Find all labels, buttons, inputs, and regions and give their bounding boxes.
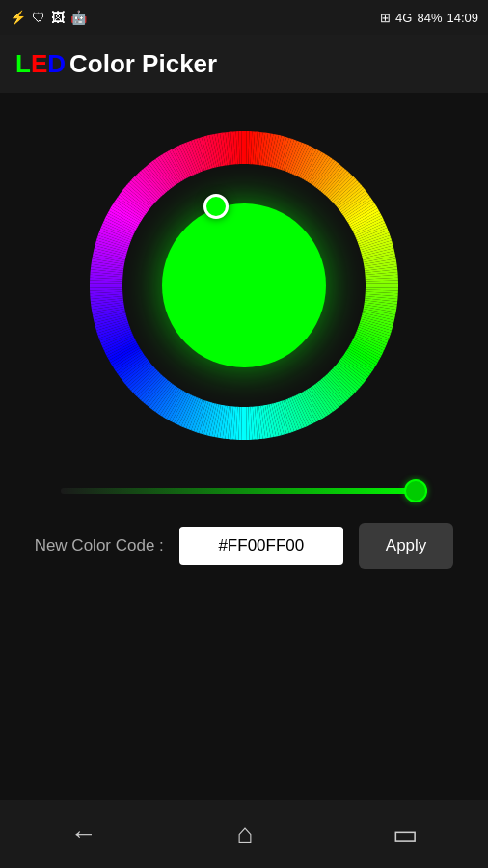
color-wheel-container[interactable] xyxy=(70,112,418,459)
slider-thumb[interactable] xyxy=(404,479,427,502)
color-preview-circle xyxy=(162,203,326,367)
color-wheel-handle[interactable] xyxy=(203,194,229,219)
nav-bar: ← ⌂ ▭ xyxy=(0,800,488,868)
title-l: L xyxy=(15,49,31,78)
title-e: E xyxy=(31,49,47,78)
title-d: D xyxy=(47,49,66,78)
title-rest: Color Picker xyxy=(69,49,217,79)
usb-icon: ⚡ xyxy=(10,10,26,25)
battery-text: 84% xyxy=(417,11,442,25)
signal-text: 4G xyxy=(395,11,412,25)
status-bar: ⚡ 🛡 🖼 🤖 ⊞ 4G 84% 14:09 xyxy=(0,0,488,35)
status-left-icons: ⚡ 🛡 🖼 🤖 xyxy=(10,10,87,25)
app-title: LED Color Picker xyxy=(15,49,217,79)
brightness-slider-container[interactable] xyxy=(32,488,456,494)
color-code-row: New Color Code : Apply xyxy=(0,523,488,569)
signal-icon: ⊞ xyxy=(380,11,391,25)
app-bar: LED Color Picker xyxy=(0,35,488,93)
recent-button[interactable]: ▭ xyxy=(393,819,418,851)
title-led: LED xyxy=(15,49,66,79)
image-icon: 🖼 xyxy=(51,10,65,25)
back-button[interactable]: ← xyxy=(70,819,97,850)
color-code-input[interactable] xyxy=(179,527,343,565)
main-content: New Color Code : Apply xyxy=(0,93,488,569)
home-button[interactable]: ⌂ xyxy=(237,819,254,850)
shield-icon: 🛡 xyxy=(32,10,45,25)
color-code-label: New Color Code : xyxy=(35,536,164,556)
android-icon: 🤖 xyxy=(70,10,87,25)
apply-button[interactable]: Apply xyxy=(359,523,454,569)
status-right-info: ⊞ 4G 84% 14:09 xyxy=(380,11,478,25)
time-text: 14:09 xyxy=(447,11,478,25)
slider-track[interactable] xyxy=(61,488,427,494)
